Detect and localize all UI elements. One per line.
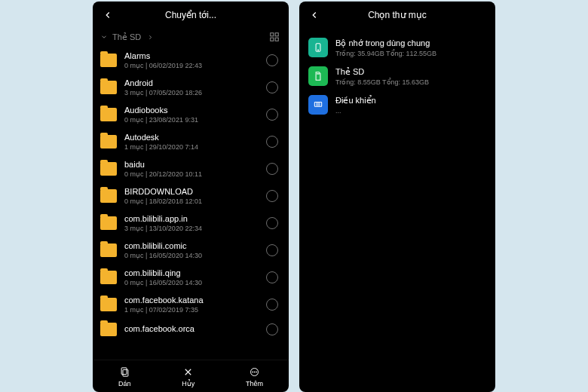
storage-icon — [308, 38, 328, 57]
storage-list: Bộ nhớ trong dùng chungTrống: 35.94GB Tổ… — [299, 29, 495, 124]
back-button[interactable] — [100, 8, 115, 23]
folder-meta: 0 mục | 16/05/2020 14:30 — [124, 252, 259, 259]
folder-icon — [100, 54, 117, 67]
folder-info: com.bilibili.qing0 mục | 16/05/2020 14:3… — [124, 268, 259, 286]
folder-info: com.bilibili.app.in3 mục | 13/10/2020 22… — [124, 214, 259, 232]
folder-name: com.bilibili.app.in — [124, 214, 259, 223]
storage-row[interactable]: Bộ nhớ trong dùng chungTrống: 35.94GB Tổ… — [305, 33, 489, 62]
folder-name: com.facebook.katana — [124, 296, 259, 305]
select-radio[interactable] — [266, 217, 278, 229]
folder-row[interactable]: Autodesk1 mục | 29/10/2020 7:14 — [93, 128, 289, 155]
select-radio[interactable] — [266, 109, 278, 121]
folder-icon — [100, 298, 117, 311]
select-radio[interactable] — [266, 244, 278, 256]
folder-name: BIRDDOWNLOAD — [124, 187, 259, 196]
storage-row[interactable]: Điều khiển... — [305, 90, 489, 119]
header: Chọn thư mục — [299, 2, 495, 29]
paste-icon — [119, 366, 130, 378]
folder-list: Alarms0 mục | 06/02/2019 22:43Android3 m… — [93, 47, 289, 360]
folder-icon — [100, 323, 117, 336]
folder-meta: 1 mục | 07/02/2019 7:35 — [124, 306, 259, 314]
folder-name: Android — [124, 78, 259, 87]
back-button[interactable] — [307, 8, 322, 23]
breadcrumb[interactable]: Thẻ SD — [100, 32, 154, 42]
select-radio[interactable] — [266, 163, 278, 175]
folder-name: Audiobooks — [124, 106, 259, 115]
folder-meta: 1 mục | 29/10/2020 7:14 — [124, 143, 259, 151]
sd-card-icon — [313, 71, 323, 81]
storage-meta: Trống: 8.55GB Tổng: 15.63GB — [335, 78, 429, 86]
phone-storage-icon — [313, 42, 323, 53]
folder-info: Audiobooks0 mục | 23/08/2021 9:31 — [124, 106, 259, 124]
folder-row[interactable]: Audiobooks0 mục | 23/08/2021 9:31 — [93, 101, 289, 128]
folder-name: com.bilibili.comic — [124, 241, 259, 250]
storage-row[interactable]: Thẻ SDTrống: 8.55GB Tổng: 15.63GB — [305, 62, 489, 90]
storage-meta: Trống: 35.94GB Tổng: 112.55GB — [335, 50, 436, 57]
select-radio[interactable] — [266, 81, 278, 93]
header: Chuyển tới... — [93, 2, 289, 29]
close-icon — [182, 366, 194, 378]
folder-row[interactable]: com.bilibili.app.in3 mục | 13/10/2020 22… — [93, 210, 289, 237]
select-radio[interactable] — [266, 323, 278, 335]
folder-row[interactable]: Alarms0 mục | 06/02/2019 22:43 — [93, 47, 289, 74]
folder-icon — [100, 271, 117, 284]
folder-row[interactable]: BIRDDOWNLOAD0 mục | 18/02/2018 12:01 — [93, 182, 289, 210]
select-radio[interactable] — [266, 54, 278, 66]
storage-name: Bộ nhớ trong dùng chung — [335, 38, 436, 48]
grid-view-toggle[interactable] — [269, 32, 280, 42]
folder-info: com.facebook.orca — [124, 324, 259, 335]
folder-info: com.bilibili.comic0 mục | 16/05/2020 14:… — [124, 241, 259, 259]
select-radio[interactable] — [266, 136, 278, 148]
storage-info: Điều khiển... — [335, 96, 376, 115]
storage-icon — [308, 95, 328, 115]
folder-row[interactable]: com.facebook.katana1 mục | 07/02/2019 7:… — [93, 291, 289, 318]
svg-rect-3 — [275, 38, 278, 41]
folder-info: com.facebook.katana1 mục | 07/02/2019 7:… — [124, 296, 259, 314]
chevron-down-icon — [100, 33, 108, 41]
folder-meta: 0 mục | 18/02/2018 12:01 — [124, 198, 259, 205]
folder-row[interactable]: com.facebook.orca — [93, 318, 289, 341]
folder-row[interactable]: com.bilibili.qing0 mục | 16/05/2020 14:3… — [93, 264, 289, 291]
more-button[interactable]: Thêm — [246, 366, 263, 387]
storage-info: Bộ nhớ trong dùng chungTrống: 35.94GB Tổ… — [335, 38, 436, 57]
folder-meta: 0 mục | 06/02/2019 22:43 — [124, 62, 259, 69]
svg-point-10 — [254, 372, 255, 372]
folder-icon — [100, 108, 117, 121]
folder-info: Autodesk1 mục | 29/10/2020 7:14 — [124, 133, 259, 151]
select-radio[interactable] — [266, 271, 278, 283]
page-title: Chọn thư mục — [368, 10, 427, 20]
cancel-button[interactable]: Hủy — [182, 366, 194, 387]
bottom-bar: Dán Hủy Thêm — [93, 360, 289, 392]
folder-info: BIRDDOWNLOAD0 mục | 18/02/2018 12:01 — [124, 187, 259, 205]
grid-icon — [269, 32, 280, 42]
folder-row[interactable]: Android3 mục | 07/05/2020 18:26 — [93, 74, 289, 101]
folder-info: Alarms0 mục | 06/02/2019 22:43 — [124, 51, 259, 69]
folder-meta: 0 mục | 16/05/2020 14:30 — [124, 279, 259, 286]
remote-icon — [313, 100, 323, 110]
svg-rect-5 — [123, 369, 128, 376]
paste-label: Dán — [118, 380, 131, 387]
breadcrumb-label: Thẻ SD — [112, 32, 141, 42]
folder-icon — [100, 162, 117, 176]
phone-left: Chuyển tới... Thẻ SD Alarms0 mục | 06/02… — [93, 2, 289, 392]
folder-name: Alarms — [124, 51, 259, 60]
folder-name: baidu — [124, 160, 259, 169]
svg-point-13 — [317, 50, 318, 51]
storage-name: Thẻ SD — [335, 67, 429, 77]
svg-rect-18 — [317, 103, 320, 106]
folder-icon — [100, 189, 117, 203]
storage-info: Thẻ SDTrống: 8.55GB Tổng: 15.63GB — [335, 67, 429, 86]
select-radio[interactable] — [266, 299, 278, 311]
svg-point-11 — [256, 372, 257, 372]
folder-icon — [100, 243, 117, 257]
more-label: Thêm — [246, 380, 263, 387]
svg-rect-0 — [271, 33, 274, 36]
folder-name: com.facebook.orca — [124, 324, 259, 333]
select-radio[interactable] — [266, 190, 278, 202]
paste-button[interactable]: Dán — [118, 366, 131, 387]
folder-row[interactable]: baidu0 mục | 20/12/2020 10:11 — [93, 155, 289, 182]
folder-row[interactable]: com.bilibili.comic0 mục | 16/05/2020 14:… — [93, 237, 289, 264]
cancel-label: Hủy — [182, 380, 194, 387]
folder-icon — [100, 81, 117, 94]
chevron-right-icon — [147, 34, 154, 41]
